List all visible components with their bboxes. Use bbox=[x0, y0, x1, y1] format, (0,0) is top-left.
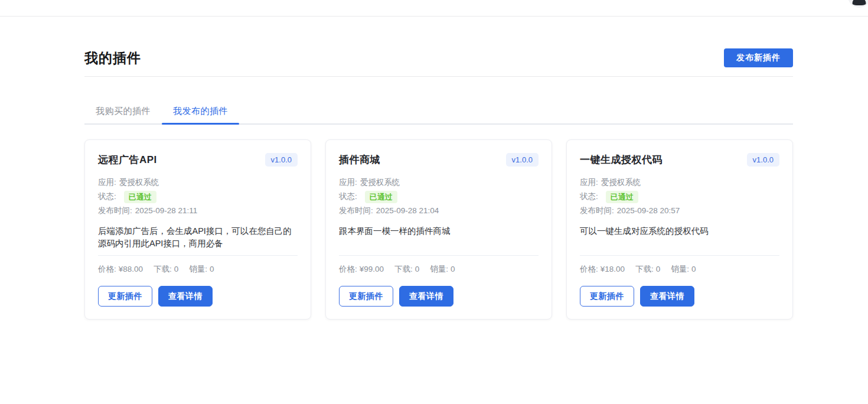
status-label: 状态: bbox=[339, 190, 357, 204]
publish-time-value: 2025-09-28 21:04 bbox=[376, 204, 439, 218]
plugin-description: 可以一键生成对应系统的授权代码 bbox=[580, 225, 779, 250]
publish-time-value: 2025-09-28 21:11 bbox=[135, 204, 198, 218]
plugin-title: 一键生成授权代码 bbox=[580, 153, 663, 167]
meta-publish-time-row: 发布时间: 2025-09-28 21:04 bbox=[339, 204, 539, 218]
meta-publish-time-row: 发布时间: 2025-09-28 20:57 bbox=[580, 204, 779, 218]
version-badge: v1.0.0 bbox=[506, 153, 539, 167]
card-actions: 更新插件 查看详情 bbox=[339, 286, 539, 307]
plugin-description: 跟本界面一模一样的插件商城 bbox=[339, 225, 539, 250]
price-value: ¥18.00 bbox=[601, 265, 625, 273]
app-value: 爱授权系统 bbox=[119, 175, 159, 190]
meta-status-row: 状态: 已通过 bbox=[98, 190, 298, 204]
meta-publish-time-row: 发布时间: 2025-09-28 21:11 bbox=[98, 204, 298, 218]
sales-value: 0 bbox=[691, 265, 696, 273]
status-label: 状态: bbox=[98, 190, 116, 204]
price-value: ¥99.00 bbox=[360, 265, 384, 273]
downloads-label: 下载: bbox=[154, 265, 172, 273]
page-header: 我的插件 发布新插件 bbox=[84, 48, 793, 77]
tab-published-plugins[interactable]: 我发布的插件 bbox=[162, 100, 239, 123]
tab-purchased-plugins[interactable]: 我购买的插件 bbox=[84, 100, 162, 123]
sales-value: 0 bbox=[210, 265, 214, 273]
app-label: 应用: bbox=[580, 175, 598, 190]
card-header: 插件商城 v1.0.0 bbox=[339, 153, 539, 167]
publish-time-value: 2025-09-28 20:57 bbox=[617, 204, 680, 218]
price-label: 价格: bbox=[580, 265, 598, 273]
status-badge: 已通过 bbox=[606, 191, 638, 203]
downloads-stat: 下载:0 bbox=[154, 264, 178, 275]
top-bar bbox=[0, 0, 868, 17]
plugin-card: 一键生成授权代码 v1.0.0 应用: 爱授权系统 状态: 已通过 发布时间: … bbox=[566, 139, 793, 320]
plugin-stats: 价格:¥18.00 下载:0 销量:0 bbox=[580, 256, 779, 275]
price-label: 价格: bbox=[98, 265, 116, 273]
plugin-card: 远程广告API v1.0.0 应用: 爱授权系统 状态: 已通过 发布时间: 2… bbox=[84, 139, 311, 320]
status-badge: 已通过 bbox=[365, 191, 397, 203]
user-avatar[interactable] bbox=[848, 0, 868, 8]
downloads-label: 下载: bbox=[635, 265, 654, 273]
view-details-button[interactable]: 查看详情 bbox=[158, 286, 213, 307]
sales-value: 0 bbox=[451, 265, 455, 273]
card-header: 一键生成授权代码 v1.0.0 bbox=[580, 153, 779, 167]
price-value: ¥88.00 bbox=[119, 265, 143, 273]
plugin-card-grid: 远程广告API v1.0.0 应用: 爱授权系统 状态: 已通过 发布时间: 2… bbox=[84, 139, 793, 320]
sales-label: 销量: bbox=[430, 265, 448, 273]
meta-app-row: 应用: 爱授权系统 bbox=[580, 175, 779, 190]
version-badge: v1.0.0 bbox=[747, 153, 779, 167]
plugin-stats: 价格:¥99.00 下载:0 销量:0 bbox=[339, 256, 539, 275]
publish-time-label: 发布时间: bbox=[98, 204, 132, 218]
price-label: 价格: bbox=[339, 265, 357, 273]
plugin-meta: 应用: 爱授权系统 状态: 已通过 发布时间: 2025-09-28 21:11 bbox=[98, 175, 298, 218]
downloads-stat: 下载:0 bbox=[394, 264, 419, 275]
meta-status-row: 状态: 已通过 bbox=[339, 190, 539, 204]
publish-time-label: 发布时间: bbox=[580, 204, 614, 218]
status-label: 状态: bbox=[580, 190, 598, 204]
meta-status-row: 状态: 已通过 bbox=[580, 190, 779, 204]
update-plugin-button[interactable]: 更新插件 bbox=[339, 286, 393, 307]
plugin-title: 远程广告API bbox=[98, 153, 157, 167]
user-silhouette-icon bbox=[853, 0, 866, 5]
main-content: 我的插件 发布新插件 我购买的插件 我发布的插件 远程广告API v1.0.0 … bbox=[84, 17, 793, 320]
status-badge: 已通过 bbox=[124, 191, 156, 203]
downloads-stat: 下载:0 bbox=[635, 264, 660, 275]
plugin-stats: 价格:¥88.00 下载:0 销量:0 bbox=[98, 256, 298, 275]
plugin-card: 插件商城 v1.0.0 应用: 爱授权系统 状态: 已通过 发布时间: 2025… bbox=[325, 139, 552, 320]
sales-stat: 销量:0 bbox=[671, 264, 696, 275]
app-value: 爱授权系统 bbox=[601, 175, 641, 190]
meta-app-row: 应用: 爱授权系统 bbox=[339, 175, 539, 190]
app-label: 应用: bbox=[98, 175, 116, 190]
update-plugin-button[interactable]: 更新插件 bbox=[580, 286, 634, 307]
update-plugin-button[interactable]: 更新插件 bbox=[98, 286, 152, 307]
plugin-meta: 应用: 爱授权系统 状态: 已通过 发布时间: 2025-09-28 20:57 bbox=[580, 175, 779, 218]
app-label: 应用: bbox=[339, 175, 357, 190]
tab-bar: 我购买的插件 我发布的插件 bbox=[84, 100, 793, 125]
view-details-button[interactable]: 查看详情 bbox=[399, 286, 453, 307]
sales-stat: 销量:0 bbox=[430, 264, 455, 275]
app-value: 爱授权系统 bbox=[360, 175, 400, 190]
downloads-label: 下载: bbox=[394, 265, 413, 273]
price-stat: 价格:¥18.00 bbox=[580, 264, 625, 275]
plugin-meta: 应用: 爱授权系统 状态: 已通过 发布时间: 2025-09-28 21:04 bbox=[339, 175, 539, 218]
publish-new-plugin-button[interactable]: 发布新插件 bbox=[724, 48, 793, 67]
page-title: 我的插件 bbox=[84, 49, 141, 67]
card-header: 远程广告API v1.0.0 bbox=[98, 153, 298, 167]
downloads-value: 0 bbox=[415, 265, 420, 273]
plugin-description: 后端添加广告后，会生成API接口，可以在您自己的源码内引用此API接口，商用必备 bbox=[98, 225, 298, 250]
card-actions: 更新插件 查看详情 bbox=[580, 286, 779, 307]
meta-app-row: 应用: 爱授权系统 bbox=[98, 175, 298, 190]
plugin-title: 插件商城 bbox=[339, 153, 380, 167]
version-badge: v1.0.0 bbox=[265, 153, 298, 167]
sales-label: 销量: bbox=[671, 265, 689, 273]
downloads-value: 0 bbox=[656, 265, 661, 273]
card-actions: 更新插件 查看详情 bbox=[98, 286, 298, 307]
price-stat: 价格:¥88.00 bbox=[98, 264, 143, 275]
downloads-value: 0 bbox=[174, 265, 179, 273]
publish-time-label: 发布时间: bbox=[339, 204, 373, 218]
price-stat: 价格:¥99.00 bbox=[339, 264, 384, 275]
view-details-button[interactable]: 查看详情 bbox=[640, 286, 694, 307]
sales-stat: 销量:0 bbox=[189, 264, 214, 275]
sales-label: 销量: bbox=[189, 265, 207, 273]
